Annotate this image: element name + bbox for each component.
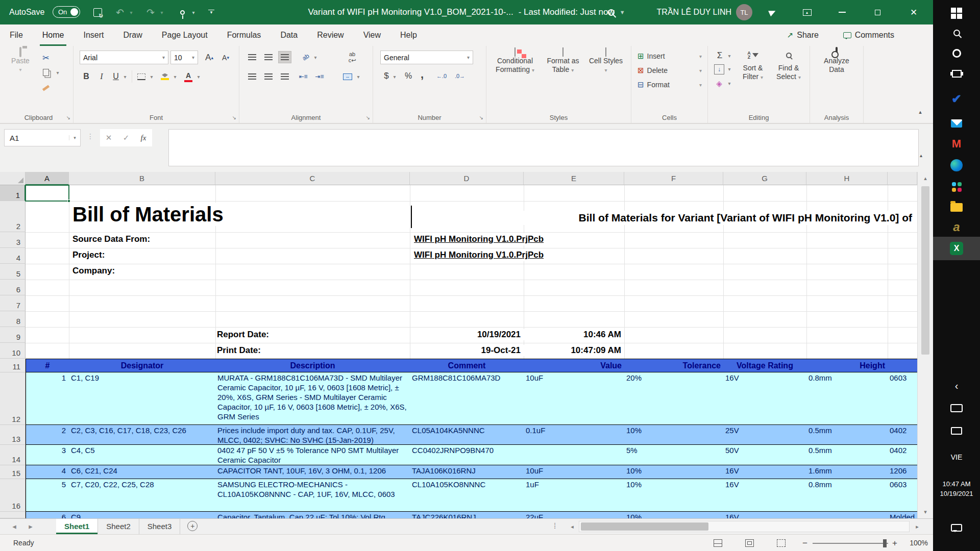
- bom-cell-r3-voltage[interactable]: 50V: [723, 445, 807, 465]
- next-sheet-button[interactable]: ▸: [26, 522, 36, 531]
- autosum-dropdown[interactable]: ▾: [726, 52, 732, 59]
- close-button[interactable]: ✕: [898, 0, 929, 24]
- bom-cell-r2-height[interactable]: 0.5mm: [806, 425, 888, 445]
- bom-cell-r6-value[interactable]: 22uF: [524, 512, 625, 518]
- hscroll-left-icon[interactable]: ◂: [568, 522, 577, 531]
- middle-align-button[interactable]: [262, 51, 275, 63]
- bom-cell-r2-footprint[interactable]: 0402: [888, 425, 917, 445]
- bom-cell-r5-comment[interactable]: CL10A105KO8NNNC: [410, 479, 524, 512]
- column-header-partial[interactable]: [888, 172, 917, 185]
- tab-insert[interactable]: Insert: [74, 24, 113, 46]
- touch-keyboard-button[interactable]: [933, 398, 980, 418]
- row-header-13[interactable]: 13: [0, 425, 26, 445]
- bottom-align-button[interactable]: [278, 51, 291, 63]
- number-dialog-launcher[interactable]: ↘: [479, 115, 483, 120]
- bom-cell-r6-num[interactable]: 6: [26, 512, 69, 518]
- bom-cell-r5-height[interactable]: 0.8mm: [806, 479, 888, 512]
- bom-cell-r4-num[interactable]: 4: [26, 465, 69, 479]
- bom-cell-r4-height[interactable]: 1.6mm: [806, 465, 888, 479]
- horizontal-scroll-thumb[interactable]: [581, 522, 708, 531]
- cell-company-label[interactable]: Company:: [72, 265, 119, 277]
- sort-filter-button[interactable]: AZ Sort & Filter ▾: [737, 48, 769, 82]
- sheet-tab-sheet1[interactable]: Sheet1: [56, 519, 98, 534]
- comma-style-button[interactable]: ,: [418, 67, 426, 82]
- font-color-dropdown[interactable]: ▾: [195, 72, 202, 81]
- bom-cell-r2-designator[interactable]: C2, C3, C16, C17, C18, C23, C26: [69, 425, 216, 445]
- increase-decimal-button[interactable]: ←.0: [433, 70, 450, 82]
- taskbar-mail-button[interactable]: [933, 113, 980, 134]
- avatar[interactable]: TL: [736, 4, 752, 20]
- new-sheet-button[interactable]: +: [187, 521, 198, 531]
- bom-cell-r4-voltage[interactable]: 16V: [723, 465, 807, 479]
- redo-button[interactable]: ↷: [144, 0, 157, 24]
- cell-report-date[interactable]: 10/19/2021: [420, 329, 521, 340]
- zoom-slider-thumb[interactable]: [883, 539, 887, 547]
- column-header-E[interactable]: E: [524, 172, 624, 185]
- enter-formula-button[interactable]: ✓: [117, 129, 135, 146]
- spreadsheet-grid[interactable]: Bill of Materials Bill of Materials for …: [0, 172, 917, 518]
- cell-styles-button[interactable]: Cell Styles ▾: [587, 48, 624, 74]
- insert-function-button[interactable]: fx: [135, 129, 152, 146]
- bom-header-comment[interactable]: Comment: [410, 359, 524, 372]
- row-header-3[interactable]: 3: [0, 232, 26, 248]
- wrap-text-button[interactable]: abc↩: [345, 50, 360, 64]
- row-header-10[interactable]: 10: [0, 343, 26, 359]
- name-box[interactable]: A1 ▾: [4, 129, 81, 146]
- bom-cell-r5-voltage[interactable]: 16V: [723, 479, 807, 512]
- number-format-select[interactable]: General▾: [380, 51, 473, 64]
- bom-cell-r5-tolerance[interactable]: 10%: [624, 479, 724, 512]
- row-header-9[interactable]: 9: [0, 327, 26, 343]
- row-header-5[interactable]: 5: [0, 264, 26, 280]
- taskbar-slack-button[interactable]: [933, 177, 980, 197]
- bom-cell-r3-value[interactable]: [524, 445, 625, 465]
- bom-cell-r1-description[interactable]: MURATA - GRM188C81C106MA73D - SMD Multil…: [215, 372, 410, 425]
- bom-cell-r4-description[interactable]: CAPACITOR TANT, 10UF, 16V, 3 OHM, 0.1, 1…: [215, 465, 410, 479]
- row-header-15[interactable]: 15: [0, 465, 26, 479]
- scroll-down-icon[interactable]: ▾: [918, 509, 933, 515]
- bom-cell-r1-height[interactable]: 0.8mm: [806, 372, 888, 425]
- cell-print-time[interactable]: 10:47:09 AM: [524, 345, 621, 356]
- format-as-table-button[interactable]: Format as Table ▾: [542, 48, 584, 74]
- redo-dropdown[interactable]: ▾: [158, 0, 165, 24]
- tab-formulas[interactable]: Formulas: [217, 24, 271, 46]
- tab-page-layout[interactable]: Page Layout: [152, 24, 217, 46]
- delete-cells-button[interactable]: ⊠Delete▾: [638, 64, 702, 77]
- find-select-button[interactable]: Find & Select ▾: [772, 48, 805, 82]
- language-indicator[interactable]: VIE: [933, 447, 980, 467]
- customize-quick-access-button[interactable]: ▾: [206, 0, 216, 24]
- copy-dropdown[interactable]: ▾: [54, 68, 61, 77]
- vertical-scrollbar[interactable]: ▴ ▾: [917, 172, 933, 518]
- bom-cell-r6-description[interactable]: Capacitor, Tantalum, Cap 22 uF; Tol 10%;…: [215, 512, 410, 518]
- cell-doc-title[interactable]: Bill of Materials: [72, 203, 229, 226]
- fill-color-dropdown[interactable]: ▾: [172, 72, 179, 81]
- zoom-out-button[interactable]: −: [802, 538, 807, 548]
- tab-help[interactable]: Help: [390, 24, 427, 46]
- row-header-1[interactable]: 1: [0, 185, 26, 201]
- bom-cell-r1-designator[interactable]: C1, C19: [69, 372, 216, 425]
- sheet-tab-sheet3[interactable]: Sheet3: [139, 519, 181, 534]
- bom-cell-r1-num[interactable]: 1: [26, 372, 69, 425]
- normal-view-button[interactable]: [714, 539, 722, 547]
- undo-dropdown[interactable]: ▾: [128, 0, 135, 24]
- cancel-formula-button[interactable]: ✕: [100, 129, 117, 146]
- bom-cell-r4-designator[interactable]: C6, C21, C24: [69, 465, 216, 479]
- bom-cell-r5-value[interactable]: 1uF: [524, 479, 625, 512]
- insert-cells-button[interactable]: ⊞Insert▾: [638, 50, 702, 62]
- bom-cell-r5-footprint[interactable]: 0603: [888, 479, 917, 512]
- bom-cell-r1-footprint[interactable]: 0603: [888, 372, 917, 425]
- expand-formula-bar-button[interactable]: ▴: [920, 153, 922, 158]
- bom-cell-r6-voltage[interactable]: 16V: [723, 512, 807, 518]
- tab-home[interactable]: Home: [33, 24, 74, 46]
- page-layout-view-button[interactable]: [745, 539, 754, 547]
- align-right-button[interactable]: [278, 70, 291, 83]
- bom-cell-r3-description[interactable]: 0402 47 pF 50 V ±5 % Tolerance NP0 SMT M…: [215, 445, 410, 465]
- font-color-button[interactable]: A: [183, 69, 194, 84]
- increase-indent-button[interactable]: ⇥≡: [313, 70, 326, 83]
- cell-print-date-label[interactable]: Print Date:: [217, 345, 265, 356]
- start-button[interactable]: [933, 3, 980, 23]
- bom-cell-r1-voltage[interactable]: 16V: [723, 372, 807, 425]
- cell-source-label[interactable]: Source Data From:: [72, 233, 154, 245]
- select-all-corner[interactable]: [0, 172, 26, 185]
- bom-cell-r5-num[interactable]: 5: [26, 479, 69, 512]
- bom-cell-r4-footprint[interactable]: 1206: [888, 465, 917, 479]
